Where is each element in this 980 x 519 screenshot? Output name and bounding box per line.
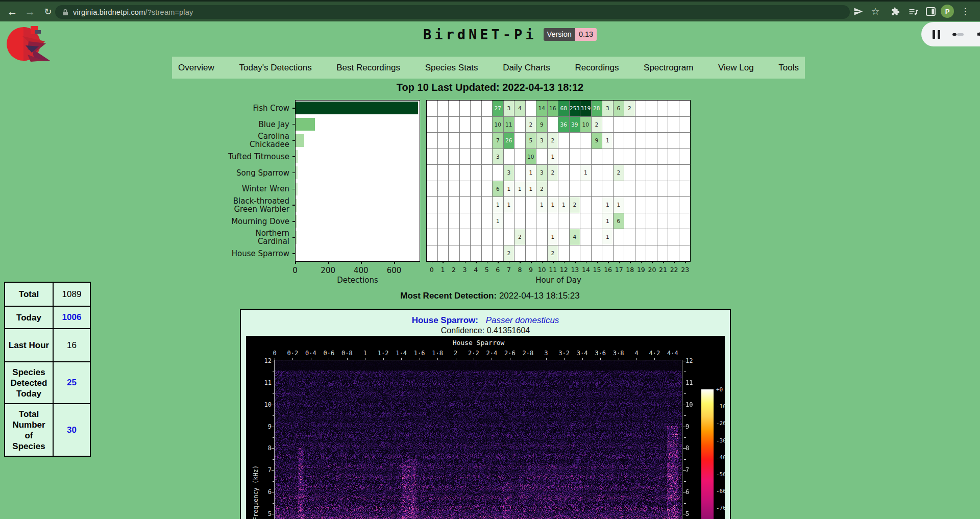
heatmap-cell (493, 229, 504, 245)
heatmap-cell (602, 245, 614, 262)
spectrogram-y-tick (683, 470, 686, 471)
side-panel-icon[interactable] (923, 2, 938, 21)
spectrogram-ylabel: Frequency (kHz) (252, 455, 260, 519)
forward-button[interactable]: → (22, 2, 38, 21)
spectrogram-y-tick (272, 514, 275, 514)
heatmap-cell: 2 (548, 165, 559, 181)
heatmap-cell (460, 245, 471, 262)
heatmap-cell (504, 149, 515, 165)
detection-scientific-name-link[interactable]: Passer domesticus (486, 315, 559, 325)
nav-item-species-stats[interactable]: Species Stats (425, 63, 478, 73)
nav-item-best-recordings[interactable]: Best Recordings (336, 63, 400, 73)
nav-item-spectrogram[interactable]: Spectrogram (644, 63, 693, 73)
nav-item-overview[interactable]: Overview (178, 63, 214, 73)
spectrogram-y-tick-label: 8 (685, 444, 702, 452)
heatmap-cell (668, 181, 679, 197)
heatmap-cell (449, 245, 460, 262)
heatmap-cell: 1 (504, 197, 515, 213)
stats-label: Species Detected Today (5, 362, 54, 403)
hour-axis-tick-label: 19 (637, 266, 645, 274)
heatmap-cell (668, 101, 679, 117)
spectrogram-x-tick (347, 358, 348, 360)
spectrogram-y-minortick (684, 393, 686, 394)
heatmap-cell: 3 (504, 101, 515, 117)
back-button[interactable]: ← (4, 2, 20, 21)
address-bar[interactable]: virginia.birdnetpi.com/?stream=play (55, 5, 850, 19)
heatmap-cell: 27 (493, 101, 504, 117)
heatmap-cell (657, 197, 669, 213)
heatmap-cell (504, 229, 515, 245)
spectrogram-x-tick (510, 358, 510, 360)
media-playlist-icon[interactable] (905, 2, 921, 21)
heatmap-cell (514, 213, 526, 230)
heatmap-cell (646, 165, 657, 181)
nav-item-daily-charts[interactable]: Daily Charts (503, 63, 550, 73)
detection-bar (296, 183, 298, 195)
extensions-icon[interactable] (887, 2, 902, 21)
detection-common-name-link[interactable]: House Sparrow: (412, 315, 478, 325)
heatmap-cell (514, 197, 526, 213)
spectrogram-x-tick (292, 358, 293, 360)
version-value: 0.13 (575, 28, 597, 41)
species-label: CarolinaChickadee (250, 132, 289, 149)
heatmap-cell: 1 (493, 213, 504, 230)
spectrogram-y-tick-label: 7 (255, 466, 272, 474)
stats-value[interactable]: 30 (54, 404, 90, 456)
heatmap-cell (482, 165, 493, 181)
stats-value[interactable]: 25 (54, 362, 90, 403)
heatmap-cell (449, 149, 460, 165)
stats-value[interactable]: 1006 (54, 307, 90, 328)
heatmap-cell (657, 149, 669, 165)
pause-button[interactable] (933, 30, 940, 39)
heatmap-cell (482, 149, 493, 165)
heatmap-cell: 1 (548, 197, 559, 213)
spectrogram-y-tick (683, 448, 686, 449)
detection-confidence: Confidence: 0.41351604 (241, 326, 730, 335)
heatmap-cell: 9 (592, 133, 603, 149)
nav-item-recordings[interactable]: Recordings (575, 63, 619, 73)
spectrogram-y-tick (683, 405, 686, 405)
hour-axis-tick (685, 262, 686, 263)
spectrogram-y-tick (272, 492, 275, 492)
heatmap-cell (624, 165, 635, 181)
heatmap-cell (679, 133, 691, 149)
audio-progress[interactable] (952, 33, 964, 36)
heatmap-cell (635, 165, 647, 181)
bar-axis-tick-label: 0 (292, 266, 298, 275)
heatmap-cell (460, 149, 471, 165)
bar-axis-tick (361, 262, 362, 264)
hour-axis-tick-label: 7 (507, 266, 511, 274)
heatmap-cell (471, 229, 482, 245)
heatmap-cell (580, 245, 592, 262)
hour-axis-tick-label: 22 (670, 266, 678, 274)
spectrogram-y-tick (683, 492, 686, 492)
bookmark-star-icon[interactable]: ☆ (868, 2, 883, 21)
reload-button[interactable]: ↻ (40, 2, 56, 21)
hour-axis-tick (641, 262, 642, 263)
nav-item-view-log[interactable]: View Log (718, 63, 754, 73)
hour-axis-tick-label: 6 (496, 266, 500, 274)
volume-icon[interactable] (976, 29, 980, 40)
heatmap-cell (558, 229, 570, 245)
heatmap-cell (558, 181, 570, 197)
spectrogram-y-tick (272, 405, 275, 405)
nav-item-todays-detections[interactable]: Today's Detections (239, 63, 311, 73)
stats-row: Total Number of Species30 (5, 404, 90, 456)
hour-axis-tick (454, 262, 455, 263)
hour-axis-tick (564, 262, 565, 263)
heatmap-cell (646, 101, 657, 117)
spectrogram-x-tick-label: 0·2 (287, 350, 299, 357)
heatmap-cell (438, 133, 449, 149)
spectrogram-x-tick-label: 2·6 (504, 350, 516, 357)
window-top-strip (0, 0, 980, 2)
share-icon[interactable] (850, 2, 866, 21)
nav-item-tools[interactable]: Tools (778, 63, 799, 73)
spectrogram-frame (274, 360, 682, 519)
profile-avatar[interactable]: P (941, 5, 954, 18)
heatmap-cell (460, 101, 471, 117)
hour-axis-tick (542, 262, 543, 263)
hour-axis-tick-label: 23 (681, 266, 689, 274)
heatmap-cell (427, 165, 438, 181)
browser-menu-icon[interactable]: ⋮ (958, 2, 973, 21)
heatmap-cell (558, 245, 570, 262)
